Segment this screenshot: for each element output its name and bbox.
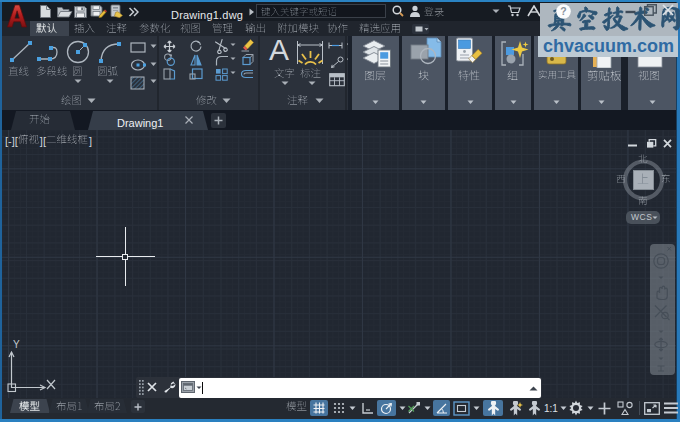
svg-text:?: ? — [560, 5, 566, 17]
